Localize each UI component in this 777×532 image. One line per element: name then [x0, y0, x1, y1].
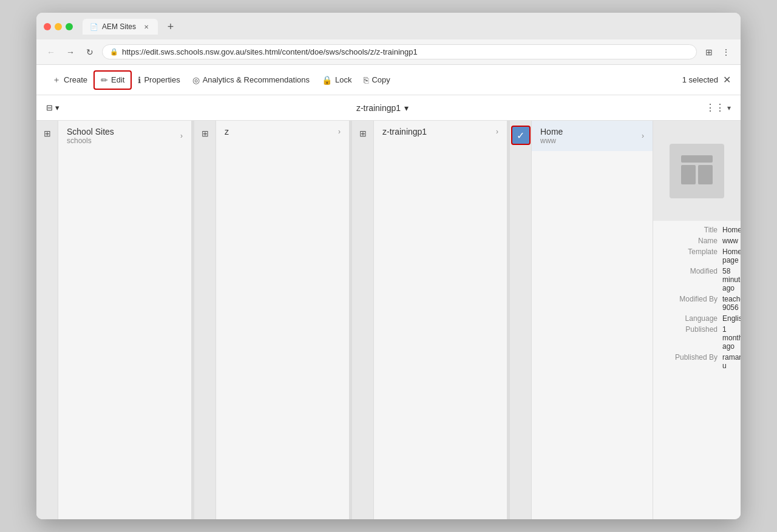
published-row: Published 1 month ago	[663, 325, 731, 351]
detail-panel: Title Home Name www Template Home page M…	[653, 121, 741, 519]
z-item[interactable]: z ›	[216, 121, 349, 143]
view-bar: ⊟ ▾ z-trainingp1 ▾ ⋮⋮ ▾	[36, 95, 741, 121]
published-by-label: Published By	[663, 353, 718, 370]
template-value: Home page	[722, 247, 741, 264]
school-sites-item[interactable]: School Sites schools ›	[58, 121, 191, 151]
edit-label: Edit	[111, 75, 124, 84]
selected-item-column: ✓	[510, 121, 532, 519]
svg-rect-2	[698, 165, 713, 184]
breadcrumb: z-trainingp1 ▾	[59, 103, 705, 113]
address-actions: ⊞ ⋮	[702, 45, 733, 59]
edit-button[interactable]: ✏ Edit	[93, 70, 132, 90]
modified-by-value: teacher1 9056	[722, 295, 741, 312]
lock-icon: 🔒	[110, 48, 118, 56]
column-1-content: School Sites schools ›	[58, 121, 192, 519]
selected-check-button[interactable]: ✓	[511, 126, 531, 145]
reload-button[interactable]: ↻	[83, 45, 97, 59]
title-value: Home	[722, 226, 741, 234]
view-options-chevron[interactable]: ▾	[727, 104, 731, 112]
url-text: https://edit.sws.schools.nsw.gov.au/site…	[122, 47, 418, 56]
tab-title: AEM Sites	[102, 22, 136, 31]
lock-button[interactable]: 🔒 Lock	[316, 72, 358, 89]
z-trainingp1-text: z-trainingp1	[382, 127, 496, 136]
school-sites-text: School Sites schools	[67, 127, 180, 145]
preview-placeholder	[670, 144, 724, 198]
home-item[interactable]: Home www ›	[532, 121, 653, 151]
breadcrumb-chevron[interactable]: ▾	[404, 103, 409, 113]
selected-count-text: 1 selected	[682, 75, 718, 84]
minimize-button[interactable]	[55, 23, 62, 30]
selected-count: 1 selected ✕	[682, 74, 731, 86]
edit-icon: ✏	[101, 75, 108, 85]
analytics-button[interactable]: ◎ Analytics & Recommendations	[186, 72, 316, 89]
create-icon: ＋	[52, 75, 61, 86]
traffic-lights	[44, 23, 73, 30]
browser-window: 📄 AEM Sites ✕ + ← → ↻ 🔒 https://edit.sws…	[36, 13, 741, 519]
home-column: Home www ›	[532, 121, 653, 519]
column-2-chevron: ›	[338, 127, 341, 136]
column-2-panel: ⊞ z ›	[194, 121, 352, 519]
school-sites-subtitle: schools	[67, 136, 180, 145]
properties-button[interactable]: ℹ Properties	[132, 72, 186, 89]
z-trainingp1-item[interactable]: z-trainingp1 ›	[374, 121, 507, 143]
language-value: English	[722, 314, 741, 323]
language-row: Language English	[663, 314, 731, 323]
browser-tab[interactable]: 📄 AEM Sites ✕	[83, 19, 158, 35]
lock-label: Lock	[335, 75, 351, 84]
published-label: Published	[663, 325, 718, 351]
menu-button[interactable]: ⋮	[719, 45, 733, 59]
modified-row: Modified 58 minutes ago	[663, 267, 731, 292]
create-label: Create	[64, 75, 87, 84]
address-bar: ← → ↻ 🔒 https://edit.sws.schools.nsw.gov…	[36, 39, 741, 65]
title-label: Title	[663, 226, 718, 234]
breadcrumb-title: z-trainingp1	[356, 103, 401, 113]
forward-button[interactable]: →	[63, 45, 78, 59]
svg-rect-0	[681, 155, 713, 163]
svg-rect-1	[681, 165, 696, 184]
maximize-button[interactable]	[66, 23, 73, 30]
copy-icon: ⎘	[364, 75, 368, 85]
sidebar-toggle[interactable]: ⊟ ▾	[46, 103, 59, 112]
extensions-button[interactable]: ⊞	[702, 45, 716, 59]
home-subtitle: www	[540, 136, 642, 145]
name-label: Name	[663, 237, 718, 245]
copy-button[interactable]: ⎘ Copy	[358, 72, 396, 89]
published-value: 1 month ago	[722, 325, 741, 351]
title-bar: 📄 AEM Sites ✕ +	[36, 13, 741, 39]
home-title: Home	[540, 127, 642, 136]
tab-icon: 📄	[90, 23, 98, 31]
page-layout-preview-icon	[679, 153, 715, 189]
column-3-icon[interactable]: ⊞	[355, 126, 371, 141]
clear-selection-button[interactable]: ✕	[723, 74, 731, 86]
name-value: www	[722, 237, 738, 245]
modified-label: Modified	[663, 267, 718, 292]
tab-close-button[interactable]: ✕	[142, 22, 151, 31]
z-trainingp1-title: z-trainingp1	[382, 127, 496, 136]
home-text: Home www	[540, 127, 642, 145]
sidebar-chevron: ▾	[55, 103, 59, 112]
analytics-icon: ◎	[192, 75, 200, 85]
column-2-icon[interactable]: ⊞	[197, 126, 213, 141]
title-row: Title Home	[663, 226, 731, 234]
back-button[interactable]: ←	[44, 45, 58, 59]
language-label: Language	[663, 314, 718, 323]
new-tab-button[interactable]: +	[163, 19, 178, 35]
z-text: z	[225, 127, 338, 136]
view-columns-icon[interactable]: ⋮⋮	[705, 102, 725, 113]
published-by-row: Published By ramanesh.chithravel u	[663, 353, 731, 370]
name-row: Name www	[663, 237, 731, 245]
column-3-chevron: ›	[496, 127, 498, 136]
modified-by-row: Modified By teacher1 9056	[663, 295, 731, 312]
column-1-panel: ⊞ School Sites schools ›	[36, 121, 194, 519]
school-sites-title: School Sites	[67, 127, 180, 136]
column-1-icon[interactable]: ⊞	[39, 126, 55, 141]
home-chevron: ›	[642, 132, 644, 140]
info-icon: ℹ	[138, 75, 141, 85]
close-button[interactable]	[44, 23, 51, 30]
column-1-handle: ⊞	[36, 121, 58, 519]
properties-label: Properties	[144, 75, 180, 84]
url-bar[interactable]: 🔒 https://edit.sws.schools.nsw.gov.au/si…	[102, 44, 697, 59]
detail-preview	[653, 121, 741, 221]
create-button[interactable]: ＋ Create	[46, 71, 93, 89]
template-label: Template	[663, 247, 718, 264]
